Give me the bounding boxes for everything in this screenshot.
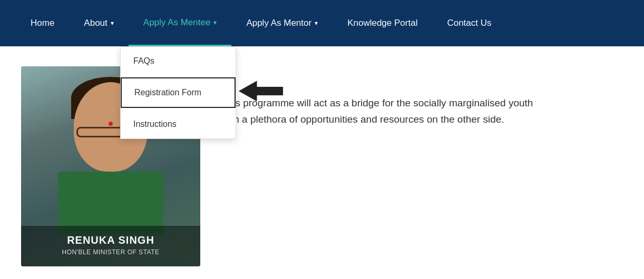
body — [58, 172, 163, 235]
about-chevron-icon: ▾ — [111, 19, 114, 27]
nav-items: Home About ▾ Apply As Mentee ▾ Apply As … — [16, 0, 628, 46]
svg-marker-1 — [238, 81, 284, 102]
nav-home[interactable]: Home — [16, 0, 69, 46]
person-title: HON'BLE MINISTER OF STATE — [32, 248, 190, 256]
arrow-icon — [238, 78, 286, 104]
person-info: RENUKA SINGH HON'BLE MINISTER OF STATE — [21, 226, 200, 266]
content-area: RENUKA SINGH HON'BLE MINISTER OF STATE ”… — [0, 51, 644, 279]
apply-mentee-chevron-icon: ▾ — [213, 19, 217, 26]
nav-knowledge-portal-label: Knowledge Portal — [347, 18, 417, 28]
arrow-pointer — [238, 78, 286, 104]
nav-contact-us-label: Contact Us — [447, 18, 491, 28]
nav-apply-mentor[interactable]: Apply As Mentor ▾ — [231, 0, 333, 46]
nav-home-label: Home — [31, 18, 54, 28]
nav-apply-mentee[interactable]: Apply As Mentee ▾ — [129, 0, 232, 46]
navbar: Home About ▾ Apply As Mentee ▾ Apply As … — [0, 0, 644, 46]
dropdown-item-registration-form[interactable]: Registration Form — [121, 77, 236, 108]
nav-about-label: About — [84, 18, 107, 28]
person-name: RENUKA SINGH — [32, 234, 190, 246]
dropdown-item-faqs[interactable]: FAQs — [121, 47, 236, 75]
apply-mentee-dropdown: FAQs Registration Form Instructions — [120, 46, 236, 139]
nav-apply-mentee-label: Apply As Mentee — [143, 17, 211, 28]
nav-contact-us[interactable]: Contact Us — [432, 0, 506, 46]
nav-apply-mentor-label: Apply As Mentor — [246, 18, 311, 28]
nav-knowledge-portal[interactable]: Knowledge Portal — [333, 0, 432, 46]
bindi — [109, 122, 113, 126]
dropdown-item-instructions[interactable]: Instructions — [121, 110, 236, 138]
nav-about[interactable]: About ▾ — [69, 0, 128, 46]
apply-mentor-chevron-icon: ▾ — [315, 19, 318, 27]
